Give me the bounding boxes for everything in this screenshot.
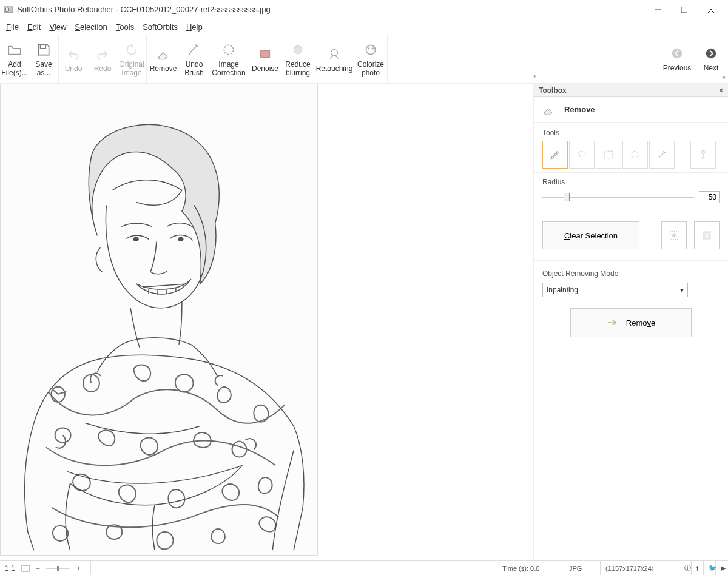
apply-remove-button[interactable]: Remove	[570, 308, 692, 337]
denoise-label: Denoise	[252, 64, 278, 73]
image-canvas[interactable]	[0, 84, 318, 556]
svg-rect-27	[57, 566, 59, 571]
menu-view[interactable]: View	[49, 22, 66, 32]
invert-selection-button[interactable]	[694, 221, 720, 249]
redo-label: Redo	[94, 64, 112, 73]
svg-point-14	[706, 48, 716, 58]
status-format: JPG	[564, 561, 601, 575]
app-icon	[4, 5, 13, 15]
undo-brush-label: Undo Brush	[181, 60, 207, 77]
svg-point-16	[133, 237, 138, 241]
save-icon	[36, 42, 52, 58]
eraser-icon	[155, 46, 171, 62]
youtube-icon[interactable]: ▶	[716, 561, 728, 575]
mode-label: Object Removing Mode	[542, 269, 720, 278]
menu-selection[interactable]: Selection	[75, 22, 107, 32]
palette-icon	[363, 42, 379, 58]
zoom-out-button[interactable]: −	[36, 564, 40, 573]
svg-rect-25	[22, 565, 29, 571]
toolbar: Add File(s)... Save as... Undo Redo Orig…	[0, 35, 728, 84]
original-image-button[interactable]: Original Image	[117, 35, 146, 83]
undo-icon	[66, 46, 81, 62]
titlebar: SoftOrbits Photo Retoucher - CCF01052012…	[0, 0, 728, 19]
free-select-icon	[629, 149, 641, 161]
menu-softorbits[interactable]: SoftOrbits	[143, 22, 178, 32]
toolbox-title: Toolbox	[539, 86, 567, 95]
svg-rect-24	[706, 234, 709, 237]
denoise-icon	[257, 46, 273, 62]
menu-tools[interactable]: Tools	[116, 22, 134, 32]
lasso-icon	[576, 149, 588, 161]
revert-icon	[124, 42, 140, 58]
image-correction-button[interactable]: Image Correction	[209, 35, 249, 83]
rectangle-tool[interactable]	[596, 141, 621, 169]
tools-label: Tools	[542, 129, 720, 137]
svg-point-10	[366, 45, 375, 54]
colorize-label: Colorize photo	[356, 60, 386, 77]
lasso-tool[interactable]	[569, 141, 595, 169]
reduce-blur-button[interactable]: Reduce blurring	[281, 35, 314, 83]
svg-point-17	[178, 237, 183, 241]
maximize-button[interactable]	[671, 1, 698, 18]
svg-point-6	[224, 45, 233, 54]
svg-point-20	[702, 150, 705, 153]
undo-brush-button[interactable]: Undo Brush	[180, 35, 209, 83]
zoom-slider[interactable]	[46, 566, 70, 571]
add-files-label: Add File(s)...	[1, 60, 28, 77]
brush-icon	[186, 42, 202, 58]
menubar: File Edit View Selection Tools SoftOrbit…	[0, 19, 728, 35]
redo-button[interactable]: Redo	[88, 35, 117, 83]
info-icon[interactable]: ⓘ	[679, 561, 692, 575]
radius-section: Radius	[534, 173, 728, 214]
fit-icon[interactable]	[21, 565, 30, 572]
color-select-tool[interactable]	[690, 141, 716, 169]
status-time: Time (s): 0.0	[497, 561, 564, 575]
svg-point-9	[331, 49, 338, 56]
blur-icon	[290, 42, 306, 58]
colorize-button[interactable]: Colorize photo	[354, 35, 387, 83]
menu-edit[interactable]: Edit	[27, 22, 41, 32]
next-label: Next	[704, 64, 719, 72]
radius-input[interactable]	[699, 191, 720, 203]
toolbar-overflow-icon[interactable]: ▾	[533, 73, 536, 79]
save-as-button[interactable]: Save as...	[29, 35, 58, 83]
select-all-button[interactable]	[661, 221, 687, 249]
previous-label: Previous	[663, 64, 692, 72]
magic-select-tool[interactable]	[622, 141, 648, 169]
retouching-label: Retouching	[316, 64, 353, 73]
remove-button[interactable]: Remove	[147, 35, 180, 83]
svg-rect-3	[681, 7, 687, 13]
nav-overflow-icon[interactable]: ▾	[723, 75, 726, 81]
facebook-icon[interactable]: f	[692, 561, 704, 575]
status-dimensions: (1157x1717x24)	[601, 561, 679, 575]
close-button[interactable]	[698, 1, 724, 18]
menu-file[interactable]: File	[6, 22, 19, 32]
add-files-button[interactable]: Add File(s)...	[0, 35, 29, 83]
toolbox-section-remove: Remove	[534, 97, 728, 123]
mode-section: Object Removing Mode Inpainting ▾ Remove	[534, 261, 728, 346]
reduce-blur-label: Reduce blurring	[283, 60, 313, 77]
retouching-button[interactable]: Retouching	[314, 35, 354, 83]
arrow-left-circle-icon	[670, 47, 684, 60]
svg-point-18	[578, 151, 585, 156]
canvas-area[interactable]	[0, 84, 534, 560]
status-bar: 1:1 − + Time (s): 0.0 JPG (1157x1717x24)…	[0, 560, 728, 575]
denoise-button[interactable]: Denoise	[249, 35, 281, 83]
menu-help[interactable]: Help	[186, 22, 203, 32]
marker-tool[interactable]	[542, 141, 568, 169]
svg-point-11	[368, 47, 369, 49]
zoom-in-button[interactable]: +	[76, 564, 81, 573]
minimize-button[interactable]	[644, 1, 671, 18]
previous-button[interactable]: Previous	[660, 35, 694, 83]
undo-button[interactable]: Undo	[59, 35, 88, 83]
window-title: SoftOrbits Photo Retoucher - CCF01052012…	[17, 5, 644, 14]
mode-select[interactable]: Inpainting ▾	[542, 283, 688, 297]
zoom-ratio[interactable]: 1:1	[5, 564, 15, 573]
radius-slider[interactable]	[542, 192, 694, 203]
wand-tool[interactable]	[649, 141, 675, 169]
clear-selection-button[interactable]: Clear Selection	[542, 221, 639, 249]
wand-icon	[656, 149, 668, 161]
original-image-label: Original Image	[118, 60, 145, 77]
twitter-icon[interactable]: 🐦	[704, 561, 716, 575]
toolbox-close-icon[interactable]: ×	[719, 86, 723, 95]
